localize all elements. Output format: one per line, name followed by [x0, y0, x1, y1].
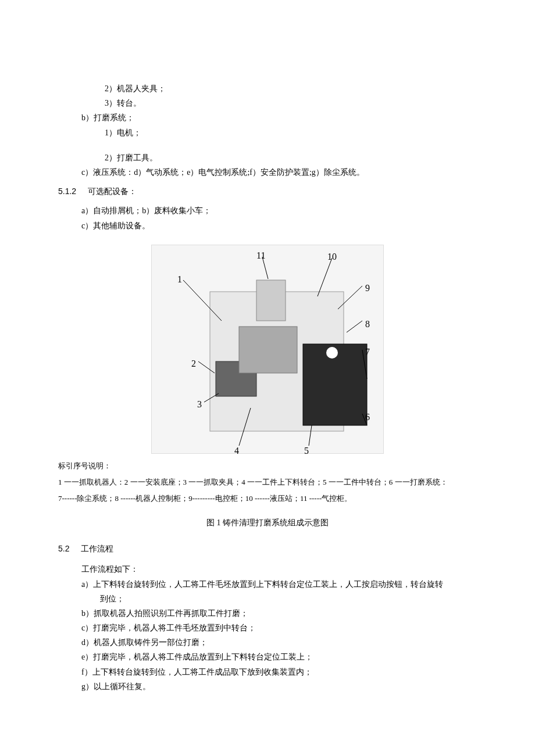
section-number: 5.2 — [58, 542, 69, 556]
section-5-2: 5.2工作流程 — [58, 542, 477, 556]
list-item-a3: 3）转台。 — [58, 96, 477, 110]
figure-label-10: 10 — [327, 249, 337, 266]
legend-title: 标引序号说明： — [58, 460, 477, 472]
workflow-item-a-cont: 到位； — [58, 592, 477, 606]
figure-caption: 图 1 铸件清理打磨系统组成示意图 — [58, 515, 477, 530]
figure-label-3: 3 — [197, 396, 202, 413]
legend-line-1: 1 一一抓取机器人：2 一一安装底座；3 一一抓取夹具；4 一一工件上下料转台；… — [58, 476, 477, 489]
optional-item-c: c）其他辅助设备。 — [58, 218, 477, 233]
machine-diagram-svg — [152, 245, 384, 454]
svg-rect-5 — [239, 327, 297, 373]
workflow-item-f: f）上下料转台旋转到位，人工将工件成品取下放到收集装置内； — [58, 665, 477, 679]
workflow-intro: 工作流程如下： — [58, 562, 477, 576]
workflow-item-e: e）打磨完毕，机器人将工件成品放置到上下料转台定位工装上； — [58, 650, 477, 664]
optional-item-a: a）自动排屑机；b）废料收集小车； — [58, 203, 477, 218]
svg-rect-4 — [256, 280, 286, 321]
section-5-1-2: 5.1.2可选配设备： — [58, 184, 477, 199]
workflow-item-d: d）机器人抓取铸件另一部位打磨； — [58, 635, 477, 650]
section-title: 工作流程 — [81, 544, 113, 553]
figure-diagram: 1 2 3 4 5 6 7 8 9 10 11 — [151, 245, 384, 454]
workflow-item-g: g）以上循环往复。 — [58, 679, 477, 694]
workflow-item-c: c）打磨完毕，机器人将工件毛坯放置到中转台； — [58, 621, 477, 635]
figure-label-6: 6 — [365, 409, 370, 426]
figure-label-1: 1 — [177, 271, 182, 288]
workflow-item-a: a）上下料转台旋转到位，人工将工件毛坯放置到上下料转台定位工装上，人工按启动按钮… — [58, 577, 477, 592]
figure-label-7: 7 — [365, 344, 370, 361]
section-number: 5.1.2 — [58, 184, 76, 199]
figure-1: 1 2 3 4 5 6 7 8 9 10 11 — [58, 245, 477, 454]
list-item-b: b）打磨系统； — [58, 110, 477, 125]
list-item-a2: 2）机器人夹具； — [58, 81, 477, 96]
list-item-c: c）液压系统：d）气动系统；e）电气控制系统;f）安全防护装置;g）除尘系统。 — [58, 165, 477, 180]
legend-line-2: 7------除尘系统；8 ------机器人控制柜；9---------电控柜… — [58, 492, 477, 505]
figure-label-5: 5 — [304, 443, 309, 460]
list-item-b2: 2）打磨工具。 — [58, 151, 477, 165]
figure-label-8: 8 — [365, 316, 370, 333]
list-item-b1: 1）电机； — [58, 126, 477, 140]
section-title: 可选配设备： — [88, 187, 137, 196]
figure-label-4: 4 — [234, 443, 239, 460]
figure-label-2: 2 — [191, 356, 196, 372]
svg-line-10 — [347, 321, 362, 332]
figure-label-11: 11 — [256, 248, 265, 264]
svg-point-2 — [326, 347, 338, 359]
figure-label-9: 9 — [365, 280, 370, 297]
workflow-item-b: b）抓取机器人拍照识别工件再抓取工件打磨； — [58, 606, 477, 621]
